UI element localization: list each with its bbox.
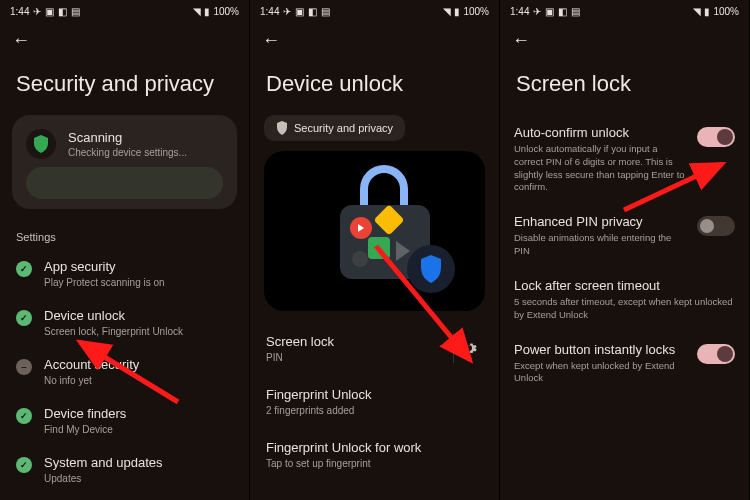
- row-lock-timeout[interactable]: Lock after screen timeout 5 seconds afte…: [500, 268, 749, 332]
- scanning-card: Scanning Checking device settings... Sca…: [12, 115, 237, 209]
- page-title: Device unlock: [250, 59, 499, 115]
- breadcrumb-chip[interactable]: Security and privacy: [264, 115, 405, 141]
- wifi-icon: ◥: [693, 6, 701, 17]
- item-subtitle: Tap to set up fingerprint: [266, 458, 421, 469]
- telegram-icon: ✈: [33, 6, 41, 17]
- check-icon: ✓: [16, 310, 32, 326]
- item-subtitle: No info yet: [44, 375, 139, 386]
- battery-text: 100%: [713, 6, 739, 17]
- telegram-icon: ✈: [533, 6, 541, 17]
- item-subtitle: Find My Device: [44, 424, 126, 435]
- item-title: App security: [44, 259, 165, 274]
- toggle-enhanced-pin[interactable]: [697, 216, 735, 236]
- row-power-lock[interactable]: Power button instantly locks Except when…: [500, 332, 749, 396]
- doc-icon: ▤: [571, 6, 580, 17]
- camera-icon: ▣: [545, 6, 554, 17]
- item-subtitle: Screen lock, Fingerprint Unlock: [44, 326, 183, 337]
- shield-icon: [276, 121, 288, 135]
- camera-icon: ▣: [295, 6, 304, 17]
- check-icon: ✓: [16, 408, 32, 424]
- battery-text: 100%: [213, 6, 239, 17]
- item-title: Device finders: [44, 406, 126, 421]
- row-subtitle: Unlock automatically if you input a corr…: [514, 143, 687, 194]
- item-title: System and updates: [44, 455, 163, 470]
- status-time: 1:44: [10, 6, 29, 17]
- wifi-icon: ◥: [443, 6, 451, 17]
- signal-icon: ▮: [454, 6, 460, 17]
- gear-icon: [461, 340, 477, 356]
- status-time: 1:44: [260, 6, 279, 17]
- item-title: Device unlock: [44, 308, 183, 323]
- item-title: Screen lock: [266, 334, 334, 349]
- shield-blue-icon: [407, 245, 455, 293]
- signal-icon: ▮: [204, 6, 210, 17]
- status-time: 1:44: [510, 6, 529, 17]
- chip-label: Security and privacy: [294, 122, 393, 134]
- setting-account-security[interactable]: – Account security No info yet: [0, 347, 249, 396]
- back-button[interactable]: ←: [250, 22, 292, 59]
- row-auto-confirm[interactable]: Auto-confirm unlock Unlock automatically…: [500, 115, 749, 204]
- scanning-title: Scanning: [68, 130, 187, 145]
- back-button[interactable]: ←: [500, 22, 542, 59]
- row-title: Auto-confirm unlock: [514, 125, 687, 140]
- battery-text: 100%: [463, 6, 489, 17]
- page-title: Screen lock: [500, 59, 749, 115]
- setting-system-updates[interactable]: ✓ System and updates Updates: [0, 445, 249, 494]
- item-fingerprint-unlock[interactable]: Fingerprint Unlock 2 fingerprints added: [250, 375, 499, 428]
- setting-app-security[interactable]: ✓ App security Play Protect scanning is …: [0, 249, 249, 298]
- screen-device-unlock: 1:44 ✈ ▣ ◧ ▤ ◥ ▮ 100% ← Device unlock Se…: [250, 0, 500, 500]
- telegram-icon: ✈: [283, 6, 291, 17]
- row-subtitle: 5 seconds after timeout, except when kep…: [514, 296, 735, 322]
- toggle-power-lock[interactable]: [697, 344, 735, 364]
- item-title: Account security: [44, 357, 139, 372]
- square-icon: ◧: [308, 6, 317, 17]
- doc-icon: ▤: [71, 6, 80, 17]
- play-triangle-icon: [396, 241, 410, 261]
- back-arrow-icon: ←: [12, 30, 30, 50]
- item-screen-lock[interactable]: Screen lock PIN: [250, 321, 499, 375]
- row-title: Power button instantly locks: [514, 342, 687, 357]
- screen-screen-lock: 1:44 ✈ ▣ ◧ ▤ ◥ ▮ 100% ← Screen lock Auto…: [500, 0, 750, 500]
- back-arrow-icon: ←: [512, 30, 530, 50]
- app-dot-icon: [352, 251, 368, 267]
- back-button[interactable]: ←: [0, 22, 42, 59]
- item-title: Fingerprint Unlock for work: [266, 440, 421, 455]
- back-arrow-icon: ←: [262, 30, 280, 50]
- wifi-icon: ◥: [193, 6, 201, 17]
- square-icon: ◧: [558, 6, 567, 17]
- status-bar: 1:44 ✈ ▣ ◧ ▤ ◥ ▮ 100%: [0, 0, 249, 22]
- page-title: Security and privacy: [0, 59, 249, 115]
- screen-lock-settings-button[interactable]: [453, 333, 483, 363]
- camera-icon: ▣: [45, 6, 54, 17]
- item-title: Fingerprint Unlock: [266, 387, 372, 402]
- status-bar: 1:44 ✈ ▣ ◧ ▤ ◥ ▮ 100%: [500, 0, 749, 22]
- item-subtitle: Updates: [44, 473, 163, 484]
- signal-icon: ▮: [704, 6, 710, 17]
- scanning-subtitle: Checking device settings...: [68, 147, 187, 158]
- screen-security-privacy: 1:44 ✈ ▣ ◧ ▤ ◥ ▮ 100% ← Security and pri…: [0, 0, 250, 500]
- item-subtitle: PIN: [266, 352, 334, 363]
- item-fingerprint-work[interactable]: Fingerprint Unlock for work Tap to set u…: [250, 428, 499, 481]
- app-green-icon: [368, 237, 390, 259]
- illustration: [264, 151, 485, 311]
- setting-device-unlock[interactable]: ✓ Device unlock Screen lock, Fingerprint…: [0, 298, 249, 347]
- scan-device-button[interactable]: Scan device: [26, 167, 223, 199]
- square-icon: ◧: [58, 6, 67, 17]
- row-title: Enhanced PIN privacy: [514, 214, 687, 229]
- row-enhanced-pin[interactable]: Enhanced PIN privacy Disable animations …: [500, 204, 749, 268]
- row-title: Lock after screen timeout: [514, 278, 735, 293]
- setting-device-finders[interactable]: ✓ Device finders Find My Device: [0, 396, 249, 445]
- item-subtitle: 2 fingerprints added: [266, 405, 372, 416]
- item-subtitle: Play Protect scanning is on: [44, 277, 165, 288]
- doc-icon: ▤: [321, 6, 330, 17]
- row-subtitle: Disable animations while entering the PI…: [514, 232, 687, 258]
- settings-section-label: Settings: [0, 217, 249, 249]
- check-icon: ✓: [16, 457, 32, 473]
- play-icon: [350, 217, 372, 239]
- toggle-auto-confirm[interactable]: [697, 127, 735, 147]
- status-bar: 1:44 ✈ ▣ ◧ ▤ ◥ ▮ 100%: [250, 0, 499, 22]
- minus-icon: –: [16, 359, 32, 375]
- row-subtitle: Except when kept unlocked by Extend Unlo…: [514, 360, 687, 386]
- shield-icon: [26, 129, 56, 159]
- check-icon: ✓: [16, 261, 32, 277]
